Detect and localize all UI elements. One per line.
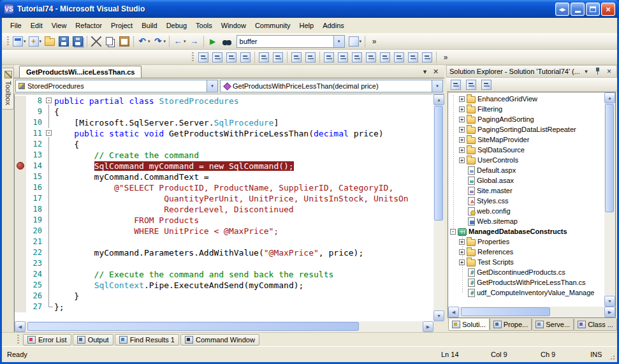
outline-margin[interactable]: - (45, 96, 54, 106)
close-document-icon[interactable]: ✕ (431, 67, 441, 76)
breakpoint-margin[interactable] (15, 128, 26, 139)
clear-bookmarks-button[interactable] (420, 50, 434, 64)
breakpoint-margin[interactable] (15, 204, 26, 215)
open-file-button[interactable] (43, 34, 57, 48)
menu-refactor[interactable]: Refactor (71, 20, 106, 31)
breakpoint-margin[interactable] (15, 237, 26, 247)
menu-project[interactable]: Project (106, 20, 137, 31)
breakpoint-margin[interactable] (15, 280, 26, 291)
document-tab[interactable]: GetProductsWi...iceLessThan.cs (19, 66, 142, 78)
decrease-indent-button[interactable] (257, 50, 271, 64)
properties-button[interactable] (449, 78, 463, 92)
tree-item[interactable]: +Properties (448, 237, 604, 247)
solution-vertical-scrollbar[interactable]: ▲ ▼ (604, 92, 615, 307)
save-all-button[interactable] (71, 34, 85, 48)
breakpoint-margin[interactable] (15, 117, 26, 128)
outline-margin[interactable] (45, 139, 54, 150)
tree-item[interactable]: +EnhancedGridView (448, 94, 604, 104)
outline-margin[interactable] (45, 171, 54, 182)
refresh-button[interactable] (464, 78, 478, 92)
navigate-backward-button[interactable]: ←▾ (171, 34, 187, 48)
start-debugging-button[interactable]: ▶ (206, 34, 220, 48)
panel-grip[interactable] (17, 335, 19, 345)
breakpoint-margin[interactable] (15, 171, 26, 182)
expand-plus-icon[interactable]: + (459, 157, 465, 163)
find-options-button[interactable]: ▾ (347, 34, 363, 48)
close-button[interactable]: × (601, 3, 615, 16)
scroll-right-icon[interactable]: ▶ (604, 307, 615, 317)
tree-item[interactable]: +PagingSortingDataListRepeater (448, 124, 604, 135)
outline-margin[interactable] (45, 247, 54, 258)
scroll-down-icon[interactable]: ▼ (433, 310, 444, 321)
add-item-button[interactable]: ▾ (27, 34, 43, 48)
tree-item[interactable]: web.config (448, 206, 604, 216)
tree-item[interactable]: +Filtering (448, 104, 604, 114)
breakpoint-indicator[interactable] (17, 162, 24, 170)
tree-item[interactable]: +UserControls (448, 155, 604, 165)
breakpoint-margin[interactable] (15, 150, 26, 161)
toggle-bookmark-button[interactable] (322, 50, 336, 64)
tree-item[interactable]: GetDiscontinuedProducts.cs (448, 267, 604, 277)
scroll-left-icon[interactable]: ◀ (448, 307, 459, 317)
titlebar[interactable]: VS Tutorial74 - Microsoft Visual Studio … (0, 0, 619, 18)
uncomment-button[interactable] (303, 50, 317, 64)
outline-margin[interactable] (45, 258, 54, 269)
comment-button[interactable] (289, 50, 303, 64)
breakpoint-margin[interactable] (15, 215, 26, 226)
quick-info-button[interactable] (224, 50, 238, 64)
active-files-dropdown-icon[interactable]: ▾ (420, 67, 430, 76)
menu-tools[interactable]: Tools (191, 20, 217, 31)
parameter-info-button[interactable] (210, 50, 224, 64)
toolbox-tab[interactable]: Toolbox (3, 68, 14, 110)
members-dropdown-arrow-icon[interactable]: ▾ (432, 80, 442, 92)
find-combo[interactable]: buffer▾ (237, 35, 345, 48)
collapse-box-icon[interactable]: - (46, 130, 52, 136)
members-dropdown[interactable]: GetProductsWithPriceLessThan(decimal pri… (220, 80, 443, 92)
tree-item[interactable]: +PagingAndSorting (448, 114, 604, 124)
breakpoint-margin[interactable] (15, 139, 26, 150)
types-dropdown[interactable]: StoredProcedures ▾ (15, 80, 218, 92)
maximize-button[interactable] (586, 3, 600, 16)
undo-button[interactable]: ↶▾ (136, 34, 152, 48)
pin-icon[interactable] (593, 67, 602, 76)
tab-server[interactable]: Serve... (532, 319, 574, 331)
expand-plus-icon[interactable]: + (459, 127, 465, 133)
outline-margin[interactable] (45, 269, 54, 280)
editor-horizontal-scrollbar[interactable]: ◀ ▶ (15, 321, 444, 332)
breakpoint-margin[interactable] (15, 258, 26, 269)
next-bookmark-button[interactable] (350, 50, 364, 64)
outline-margin[interactable] (45, 161, 54, 171)
outline-margin[interactable]: - (45, 128, 54, 139)
vertical-scroll-thumb[interactable] (605, 104, 614, 212)
outline-margin[interactable] (45, 150, 54, 161)
tree-item[interactable]: Web.sitemap (448, 216, 604, 226)
menu-debug[interactable]: Debug (162, 20, 191, 31)
scroll-left-icon[interactable]: ◀ (15, 321, 25, 332)
outline-margin[interactable] (45, 182, 54, 193)
menu-build[interactable]: Build (137, 20, 161, 31)
breakpoint-margin[interactable] (15, 106, 26, 117)
expand-plus-icon[interactable]: + (459, 106, 465, 112)
previous-bookmark-button[interactable] (336, 50, 350, 64)
breakpoint-margin[interactable] (15, 247, 26, 258)
expand-plus-icon[interactable]: + (459, 137, 465, 143)
tree-item[interactable]: +SiteMapProvider (448, 135, 604, 145)
breakpoint-margin[interactable] (15, 182, 26, 193)
toolbar-grip[interactable] (192, 52, 194, 62)
tab-find-results[interactable]: Find Results 1 (115, 334, 179, 346)
outline-margin[interactable] (45, 302, 54, 312)
code-editor[interactable]: 8-public partial class StoredProcedures9… (15, 94, 433, 321)
save-button[interactable] (57, 34, 71, 48)
close-panel-icon[interactable]: ✕ (604, 67, 614, 76)
breakpoint-margin[interactable] (15, 226, 26, 237)
cut-button[interactable] (89, 34, 103, 48)
vertical-scroll-thumb[interactable] (434, 106, 443, 221)
previous-bookmark-folder-button[interactable] (364, 50, 378, 64)
breakpoint-margin[interactable] (15, 302, 26, 312)
tree-item[interactable]: Global.asax (448, 175, 604, 186)
window-nav-button[interactable]: ◂▸ (555, 3, 569, 16)
menu-help[interactable]: Help (295, 20, 319, 31)
tree-item[interactable]: GetProductsWithPriceLessThan.cs (448, 277, 604, 288)
new-project-button[interactable]: ▾ (11, 34, 27, 48)
menu-addins[interactable]: Addins (318, 20, 349, 31)
